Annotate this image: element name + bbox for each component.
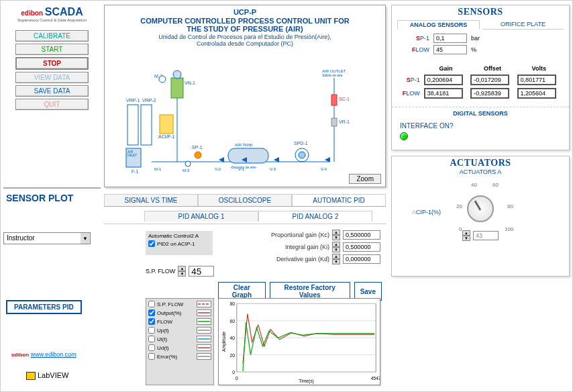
- quit-button[interactable]: QUIT: [15, 99, 89, 110]
- cal-gain-input[interactable]: [424, 88, 463, 99]
- tab-automatic-pid[interactable]: AUTOMATIC PID: [292, 194, 386, 206]
- tab-orifice-plate[interactable]: ORIFICE PLATE: [482, 20, 564, 30]
- svg-text:ACI/P-1: ACI/P-1: [158, 134, 175, 139]
- sp-flow-stepper[interactable]: ▲▼: [178, 266, 186, 277]
- svg-text:M-3: M-3: [183, 168, 190, 173]
- cal-offset-input[interactable]: [470, 75, 509, 85]
- legend-checkbox[interactable]: [148, 344, 155, 351]
- svg-point-19: [185, 161, 191, 166]
- legend-checkbox[interactable]: [148, 336, 155, 342]
- zoom-button[interactable]: Zoom: [349, 174, 381, 184]
- legend-swatch: [197, 318, 211, 325]
- legend-item: Up(t): [148, 327, 211, 334]
- legend-checkbox[interactable]: [148, 353, 155, 360]
- legend-label: Up(t): [157, 328, 195, 334]
- tab-pid-analog-2[interactable]: PID ANALOG 2: [258, 211, 372, 222]
- legend-checkbox[interactable]: [148, 309, 155, 316]
- instructor-select-value: Instructor: [4, 233, 81, 244]
- svg-text:AIR TANK: AIR TANK: [235, 143, 253, 147]
- svg-rect-38: [331, 95, 337, 105]
- legend-label: Ui(t): [157, 336, 195, 342]
- svg-text:V-2: V-2: [215, 167, 221, 171]
- dial-label: ACIP-1(%): [412, 209, 441, 215]
- legend-checkbox[interactable]: [148, 318, 155, 325]
- legend-label: Output(%): [157, 310, 195, 316]
- svg-text:Salida de aire: Salida de aire: [322, 73, 343, 77]
- ki-label: Integral gain (Ki): [285, 244, 329, 250]
- sensor-row-label: FLOW: [400, 46, 429, 53]
- sensor-row-label: SP-1: [400, 35, 429, 42]
- svg-rect-21: [228, 148, 268, 163]
- svg-rect-8: [171, 78, 183, 98]
- legend-checkbox[interactable]: [148, 301, 155, 307]
- svg-text:60: 60: [230, 319, 236, 324]
- ki-input[interactable]: [343, 242, 380, 252]
- svg-text:20: 20: [230, 353, 236, 358]
- svg-point-12: [159, 76, 166, 83]
- pid2-on-acip1-checkbox[interactable]: [148, 240, 155, 247]
- auto-control-header: Automatic Control2 A: [148, 233, 210, 239]
- legend-label: FLOW: [157, 319, 195, 325]
- legend-checkbox[interactable]: [148, 327, 155, 334]
- legend-label: S.P. FLOW: [157, 301, 195, 307]
- tab-pid-analog-1[interactable]: PID ANALOG 1: [144, 211, 258, 222]
- svg-point-33: [299, 152, 305, 158]
- save-data-button[interactable]: SAVE DATA: [15, 85, 89, 97]
- stop-button[interactable]: STOP: [15, 57, 89, 70]
- kc-stepper[interactable]: ▲▼: [332, 230, 340, 240]
- svg-text:VRP-1: VRP-1: [126, 98, 140, 103]
- svg-text:F-1: F-1: [132, 169, 139, 174]
- cal-gain-input[interactable]: [424, 75, 463, 85]
- cal-row-label: SP-1: [399, 73, 423, 87]
- legend-item: Error(%): [148, 353, 211, 360]
- svg-text:80: 80: [230, 301, 236, 306]
- automatic-control-box: Automatic Control2 A PID2 on ACIP-1: [146, 231, 213, 255]
- kd-stepper[interactable]: ▲▼: [332, 254, 340, 264]
- kc-input[interactable]: [343, 230, 380, 240]
- tab-analog-sensors[interactable]: ANALOG SENSORS: [397, 20, 480, 30]
- ki-stepper[interactable]: ▲▼: [332, 242, 340, 252]
- legend-swatch: [197, 353, 211, 360]
- kd-input[interactable]: [343, 254, 380, 264]
- interface-on-led: [400, 132, 408, 140]
- svg-rect-13: [160, 115, 173, 134]
- website-link[interactable]: edibon www.edibon.com: [11, 351, 76, 358]
- cal-offset-input[interactable]: [470, 88, 509, 99]
- sensor-value-input[interactable]: [433, 45, 467, 54]
- tab-oscilloscope[interactable]: OSCILLOSCOPE: [198, 194, 292, 206]
- svg-rect-0: [127, 105, 138, 145]
- svg-text:VN-1: VN-1: [185, 81, 195, 85]
- cal-volts-input[interactable]: [517, 88, 556, 99]
- instructor-select[interactable]: Instructor ▼: [3, 232, 91, 244]
- calibrate-button[interactable]: CALIBRATE: [15, 30, 89, 42]
- chevron-down-icon: ▼: [81, 233, 90, 244]
- interface-on-label: INTERFACE ON?: [400, 122, 561, 130]
- diagram-title-2: COMPUTER CONTROLLED PROCESS CONTROL UNIT…: [107, 17, 382, 26]
- start-button[interactable]: START: [15, 44, 89, 55]
- sensor-value-input[interactable]: [433, 34, 467, 43]
- legend-swatch: [197, 336, 211, 342]
- svg-text:0: 0: [236, 376, 238, 381]
- actuators-panel: ACTUATORS ACTUATORS A ACIP-1(%) 0 20 40 …: [391, 156, 570, 277]
- sensor-plot-header: SENSOR PLOT: [3, 187, 101, 203]
- actuator-dial[interactable]: [467, 195, 494, 222]
- view-data-button[interactable]: VIEW DATA: [15, 72, 89, 83]
- svg-text:M-1: M-1: [154, 167, 162, 171]
- sensor-unit: %: [471, 46, 491, 53]
- cal-volts-input[interactable]: [517, 75, 556, 85]
- legend-swatch: [197, 301, 211, 307]
- svg-text:Amplitude: Amplitude: [221, 332, 227, 352]
- svg-text:0: 0: [232, 370, 235, 375]
- cal-row-label: FLOW: [399, 87, 423, 100]
- sensors-panel: SENSORS ANALOG SENSORS ORIFICE PLATE SP-…: [391, 5, 570, 150]
- parameters-pid-button[interactable]: PARAMETERS PID: [6, 300, 82, 314]
- tab-signal-vs-time[interactable]: SIGNAL VS TIME: [104, 194, 198, 206]
- legend-item: Output(%): [148, 309, 211, 316]
- sp-flow-input[interactable]: [189, 266, 214, 277]
- svg-text:Time(s): Time(s): [299, 379, 314, 384]
- svg-text:INLET: INLET: [127, 153, 137, 157]
- legend-swatch: [197, 327, 211, 334]
- actuator-value-stepper[interactable]: ▲▼: [462, 230, 470, 241]
- calibration-table: GainOffsetVoltsSP-1FLOW: [392, 61, 569, 107]
- actuator-value-input[interactable]: [473, 231, 499, 240]
